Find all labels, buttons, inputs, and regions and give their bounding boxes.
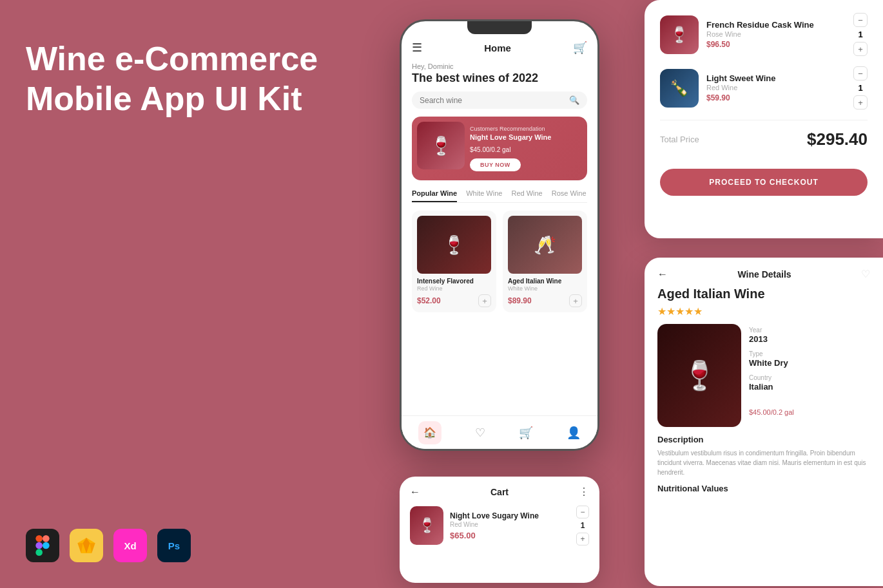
checkout-item-1-image: 🍷 [660, 15, 699, 54]
details-back-button[interactable]: ← [657, 269, 668, 280]
cart-back-button[interactable]: ← [410, 486, 420, 498]
home-screen-phone: ☰ Home 🛒 Hey, Dominic The best wines of … [400, 19, 599, 451]
checkout-item-1-type: Rose Wine [706, 30, 846, 38]
details-title: Wine Details [737, 269, 791, 280]
banner-name: Night Love Sugary Wine [470, 133, 578, 141]
total-row: Total Price $295.40 [660, 120, 868, 158]
bottom-nav: 🏠 ♡ 🛒 👤 [402, 415, 597, 449]
figma-icon [26, 529, 59, 562]
phone-header: ☰ Home 🛒 [412, 41, 587, 55]
details-header: ← Wine Details ♡ [657, 268, 870, 280]
svg-rect-0 [35, 535, 43, 542]
tab-popular[interactable]: Popular Wine [412, 189, 457, 202]
nav-favorites[interactable]: ♡ [475, 426, 485, 440]
wine-category-tabs: Popular Wine White Wine Red Wine Rose Wi… [412, 189, 587, 203]
title-line2: Mobile App UI Kit [26, 80, 302, 117]
checkout-item-1-info: French Residue Cask Wine Rose Wine $96.5… [706, 20, 846, 49]
phone-notch [467, 21, 532, 34]
description-text: Vestibulum vestibulum risus in condiment… [657, 448, 870, 477]
checkout-item-1-increase[interactable]: + [853, 42, 868, 56]
wine-specs: Year 2013 Type White Dry Country Italian… [749, 324, 870, 427]
wine-details-card: ← Wine Details ♡ Aged Italian Wine ★★★★★… [645, 258, 883, 586]
country-label: Country [749, 374, 870, 381]
nav-cart[interactable]: 🛒 [519, 426, 533, 440]
svg-point-4 [43, 542, 50, 549]
cart-item-type: Red Wine [450, 521, 570, 528]
qty-decrease-button[interactable]: − [576, 506, 589, 518]
checkout-item-2-info: Light Sweet Wine Red Wine $59.90 [706, 73, 846, 102]
wine-card-1-price: $52.00 [417, 296, 441, 305]
checkout-item-2-image: 🍾 [660, 69, 699, 108]
ps-icon: Ps [157, 529, 191, 562]
qty-increase-button[interactable]: + [576, 533, 589, 545]
checkout-item-2-type: Red Wine [706, 84, 846, 91]
wine-grid: 🍷 Intensely Flavored Red Wine $52.00 + 🥂… [412, 211, 587, 312]
headline-text: The best wines of 2022 [412, 71, 587, 85]
greeting-text: Hey, Dominic [412, 62, 587, 70]
qty-display: 1 [581, 521, 585, 530]
cart-options-icon[interactable]: ⋮ [579, 486, 589, 498]
total-price: $295.40 [807, 129, 868, 149]
checkout-card: 🍷 French Residue Cask Wine Rose Wine $96… [645, 0, 883, 238]
checkout-item-2-qty: − 1 + [853, 66, 868, 109]
add-wine-2-button[interactable]: + [569, 294, 582, 307]
cart-item-image: 🍷 [410, 506, 443, 545]
checkout-item-1-decrease[interactable]: − [853, 13, 868, 27]
details-body: 🍷 Year 2013 Type White Dry Country Itali… [657, 324, 870, 427]
wine-card-2: 🥂 Aged Italian Wine White Wine $89.90 + [503, 211, 587, 312]
checkout-item-2-price: $59.90 [706, 93, 846, 102]
wine-card-1-image: 🍷 [417, 216, 491, 274]
tab-white[interactable]: White Wine [466, 189, 502, 202]
type-label: Type [749, 350, 870, 357]
checkout-item-1-name: French Residue Cask Wine [706, 20, 846, 30]
nav-home[interactable]: 🏠 [418, 421, 442, 444]
wine-card-1-footer: $52.00 + [417, 294, 491, 307]
description-section: Description Vestibulum vestibulum risus … [657, 435, 870, 493]
checkout-item-2-qty-num: 1 [858, 83, 862, 93]
buy-now-button[interactable]: BUY NOW [470, 158, 521, 171]
cart-item-price: $65.00 [450, 531, 570, 540]
tool-icons-row: Xd Ps [26, 529, 191, 562]
details-wine-image: 🍷 [657, 324, 741, 427]
banner-price: $45.00/0.2 gal [470, 143, 578, 155]
description-title: Description [657, 435, 870, 444]
cart-item-row: 🍷 Night Love Sugary Wine Red Wine $65.00… [410, 506, 589, 545]
proceed-checkout-button[interactable]: PROCEED TO CHECKOUT [660, 169, 868, 196]
banner-tag: Customers Recommendation [470, 126, 578, 132]
checkout-item-2-name: Light Sweet Wine [706, 73, 846, 83]
type-value: White Dry [749, 358, 870, 368]
add-wine-1-button[interactable]: + [478, 294, 491, 307]
checkout-item-2-increase[interactable]: + [853, 95, 868, 109]
wine-card-1-name: Intensely Flavored [417, 278, 491, 285]
banner-image: 🍷 [417, 122, 465, 169]
cart-item-info: Night Love Sugary Wine Red Wine $65.00 [450, 511, 570, 540]
checkout-item-1-qty-num: 1 [858, 30, 862, 39]
details-price: $45.00/0.2 gal [749, 402, 870, 419]
nav-profile[interactable]: 👤 [567, 426, 581, 440]
title-line1: Wine e-Commerce [26, 40, 318, 77]
promo-banner: 🍷 Customers Recommendation Night Love Su… [412, 117, 587, 180]
details-favorite-icon[interactable]: ♡ [861, 268, 870, 280]
tab-red[interactable]: Red Wine [511, 189, 542, 202]
cart-icon[interactable]: 🛒 [573, 41, 587, 55]
checkout-row-2: 🍾 Light Sweet Wine Red Wine $59.90 − 1 + [660, 66, 868, 109]
search-bar[interactable]: 🔍 [412, 91, 587, 109]
xd-icon: Xd [113, 529, 147, 562]
search-icon: 🔍 [569, 95, 579, 105]
svg-rect-2 [35, 542, 43, 549]
total-label: Total Price [660, 135, 699, 144]
checkout-item-1-price: $96.50 [706, 40, 846, 49]
wine-card-2-footer: $89.90 + [508, 294, 582, 307]
wine-card-2-type: White Wine [508, 285, 582, 292]
nutrition-title: Nutritional Values [657, 484, 870, 493]
year-label: Year [749, 327, 870, 334]
wine-card-2-price: $89.90 [508, 296, 532, 305]
menu-icon[interactable]: ☰ [412, 41, 422, 55]
wine-card-2-name: Aged Italian Wine [508, 278, 582, 285]
tab-rose[interactable]: Rose Wine [552, 189, 587, 202]
wine-card-1-type: Red Wine [417, 285, 491, 292]
svg-rect-3 [35, 549, 43, 556]
cart-card: ← Cart ⋮ 🍷 Night Love Sugary Wine Red Wi… [400, 477, 599, 583]
search-input[interactable] [420, 96, 565, 105]
checkout-item-2-decrease[interactable]: − [853, 66, 868, 81]
